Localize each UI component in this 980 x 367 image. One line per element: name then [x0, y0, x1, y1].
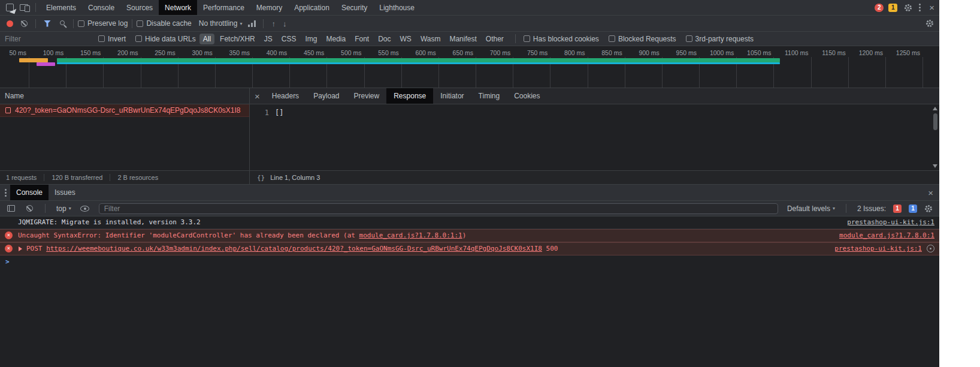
chevron-down-icon: ▾ — [833, 206, 835, 211]
inspect-element-button[interactable] — [2, 1, 17, 14]
has-blocked-cookies-checkbox[interactable]: Has blocked cookies — [524, 35, 599, 43]
close-detail-button[interactable]: × — [250, 92, 265, 101]
warning-count-badge[interactable]: 1 — [888, 4, 897, 12]
record-network-log-button[interactable] — [2, 17, 17, 30]
detail-tabs: HeadersPayloadPreviewResponseInitiatorTi… — [265, 88, 548, 104]
live-expression-button[interactable] — [78, 202, 92, 215]
checkbox-icon — [135, 35, 142, 42]
editor-scrollbar[interactable] — [931, 105, 939, 170]
network-filter-input[interactable] — [5, 35, 95, 43]
detail-tab-payload[interactable]: Payload — [306, 88, 346, 104]
scroll-up-icon[interactable] — [933, 107, 937, 110]
detail-tab-timing[interactable]: Timing — [471, 88, 507, 104]
timeline-label: 1200 ms — [848, 49, 883, 56]
context-value: top — [56, 204, 66, 213]
stack-link[interactable]: module_card.js?1.7.8.0:1:1 — [359, 231, 462, 239]
filter-type-font[interactable]: Font — [351, 34, 373, 44]
filter-type-js[interactable]: JS — [261, 34, 276, 44]
braces-icon: {} — [257, 174, 265, 182]
import-har-button[interactable]: ↑ — [268, 19, 279, 28]
detail-tab-headers[interactable]: Headers — [265, 88, 306, 104]
third-party-requests-checkbox[interactable]: 3rd-party requests — [686, 35, 754, 43]
source-link[interactable]: prestashop-ui-kit.js:1 — [834, 244, 922, 254]
summary-2-b-resources: 2 B resources — [110, 174, 165, 181]
filter-type-manifest[interactable]: Manifest — [446, 34, 480, 44]
close-drawer-button[interactable]: × — [923, 188, 938, 197]
hide-data-urls-checkbox[interactable]: Hide data URLs — [135, 35, 196, 43]
tab-security[interactable]: Security — [335, 0, 373, 15]
filter-type-ws[interactable]: WS — [397, 34, 415, 44]
clear-console-button[interactable] — [22, 202, 37, 215]
network-settings-button[interactable] — [922, 17, 937, 30]
tab-memory[interactable]: Memory — [250, 0, 288, 15]
settings-button[interactable] — [901, 1, 915, 14]
detail-tab-response[interactable]: Response — [386, 88, 433, 104]
overview-bar-cyan — [57, 62, 779, 64]
request-url-link[interactable]: https://weemeboutique.co.uk/w33m3admin/i… — [46, 245, 542, 252]
detail-tab-cookies[interactable]: Cookies — [507, 88, 547, 104]
search-button[interactable] — [55, 17, 69, 30]
preserve-log-checkbox[interactable]: Preserve log — [78, 19, 128, 28]
filter-type-img[interactable]: Img — [301, 34, 320, 44]
filter-type-all[interactable]: All — [199, 34, 214, 44]
issues-error-badge[interactable]: 1 — [893, 204, 902, 213]
clear-icon — [26, 205, 33, 212]
filter-type-css[interactable]: CSS — [278, 34, 300, 44]
issues-message-badge[interactable]: 1 — [909, 204, 917, 213]
tab-lighthouse[interactable]: Lighthouse — [373, 0, 421, 15]
console-prompt[interactable]: > — [0, 255, 939, 268]
drawer-tab-console[interactable]: Console — [10, 185, 49, 200]
blocked-requests-checkbox[interactable]: Blocked Requests — [609, 35, 676, 43]
sidebar-icon — [7, 205, 15, 212]
tab-application[interactable]: Application — [288, 0, 335, 15]
issue-circle-icon[interactable] — [927, 245, 934, 252]
timeline-gridline — [922, 57, 923, 88]
issues-label[interactable]: 2 Issues: — [857, 204, 886, 213]
more-options-button[interactable] — [915, 4, 924, 11]
console-sidebar-toggle[interactable] — [4, 202, 18, 215]
javascript-context-dropdown[interactable]: top ▾ — [54, 204, 74, 213]
invert-checkbox[interactable]: Invert — [98, 35, 126, 43]
drawer-menu-button[interactable] — [1, 189, 10, 197]
disable-cache-checkbox[interactable]: Disable cache — [137, 19, 191, 28]
export-har-button[interactable]: ↓ — [279, 19, 291, 28]
console-message-network-error: × POST https://weemeboutique.co.uk/w33m3… — [0, 242, 939, 255]
name-column-header[interactable]: Name — [0, 88, 249, 104]
filter-type-other[interactable]: Other — [482, 34, 507, 44]
tab-network[interactable]: Network — [159, 0, 197, 15]
tab-console[interactable]: Console — [82, 0, 120, 15]
error-count-badge[interactable]: 2 — [875, 4, 884, 12]
drawer-tab-issues[interactable]: Issues — [49, 185, 81, 200]
filter-type-doc[interactable]: Doc — [374, 34, 394, 44]
network-conditions-button[interactable] — [244, 17, 259, 30]
detail-tab-preview[interactable]: Preview — [347, 88, 387, 104]
source-link[interactable]: prestashop-ui-kit.js:1 — [847, 218, 934, 227]
detail-tab-initiator[interactable]: Initiator — [433, 88, 471, 104]
filter-type-wasm[interactable]: Wasm — [417, 34, 444, 44]
device-toolbar-button[interactable] — [17, 1, 31, 14]
scrollbar-thumb[interactable] — [933, 113, 937, 130]
scroll-down-icon[interactable] — [933, 164, 937, 168]
request-row[interactable]: 420?_token=GaONmsGG-Dsrc_uRBwrUnEx74qEPg… — [0, 104, 249, 117]
clear-network-log-button[interactable] — [17, 17, 31, 30]
filter-type-media[interactable]: Media — [322, 34, 349, 44]
filter-type-fetch-xhr[interactable]: Fetch/XHR — [216, 34, 259, 44]
throttling-dropdown[interactable]: No throttling ▾ — [196, 19, 245, 28]
tab-performance[interactable]: Performance — [197, 0, 250, 15]
response-editor[interactable]: 1 [] — [250, 104, 939, 170]
error-icon: × — [5, 231, 13, 239]
close-devtools-button[interactable]: × — [924, 3, 939, 12]
timeline-overview[interactable]: 50 ms100 ms150 ms200 ms250 ms300 ms350 m… — [0, 46, 939, 88]
filter-toggle-button[interactable] — [40, 17, 55, 30]
tab-elements[interactable]: Elements — [40, 0, 82, 15]
timeline-label: 650 ms — [438, 49, 473, 56]
timeline-label: 150 ms — [66, 49, 101, 56]
source-link[interactable]: module_card.js?1.7.8.0:1 — [839, 231, 934, 240]
status-code: 500 — [546, 245, 558, 252]
disable-cache-label: Disable cache — [146, 19, 191, 28]
console-settings-button[interactable] — [921, 202, 936, 215]
console-filter-input[interactable] — [99, 203, 778, 214]
log-levels-dropdown[interactable]: Default levels ▾ — [785, 204, 837, 213]
expand-triangle-icon[interactable] — [19, 246, 22, 251]
tab-sources[interactable]: Sources — [120, 0, 159, 15]
